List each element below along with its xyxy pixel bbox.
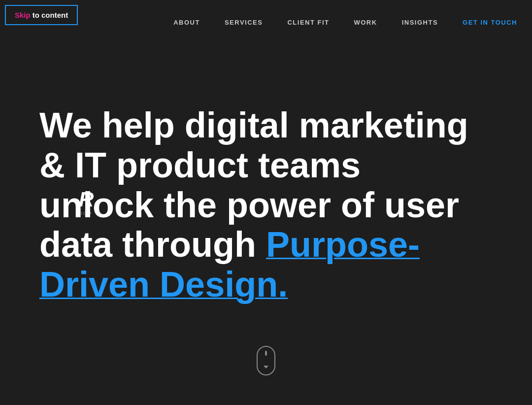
scroll-arrow	[264, 366, 268, 369]
scroll-dot	[265, 351, 267, 356]
mouse-icon	[257, 346, 275, 375]
nav-item-insights[interactable]: INSIGHTS	[402, 19, 438, 26]
hero-heading: We help digital marketing & IT product t…	[39, 105, 473, 304]
nav-item-about[interactable]: ABOUT	[173, 19, 200, 26]
nav-item-client-fit[interactable]: CLIENT FIT	[287, 19, 329, 26]
nav-cta-get-in-touch[interactable]: GET IN TOUCH	[463, 19, 517, 26]
nav-item-services[interactable]: SERVICES	[225, 19, 263, 26]
to-content-text: to content	[33, 11, 68, 19]
scroll-indicator	[257, 346, 275, 375]
skip-to-content-box[interactable]: Skip to content	[5, 5, 78, 25]
main-nav: ABOUT SERVICES CLIENT FIT WORK INSIGHTS …	[173, 19, 517, 26]
skip-word: Skip	[15, 11, 31, 19]
nav-item-work[interactable]: WORK	[354, 19, 377, 26]
header: ABOUT SERVICES CLIENT FIT WORK INSIGHTS …	[0, 0, 532, 44]
